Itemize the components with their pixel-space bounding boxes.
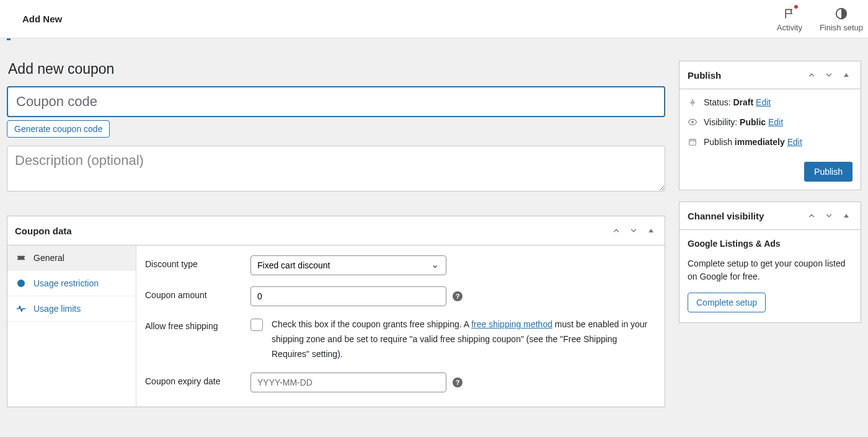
activity-button[interactable]: Activity (777, 6, 802, 32)
publish-panel: Publish Status: Draft Edit Visibility: P… (679, 61, 861, 190)
free-shipping-method-link[interactable]: free shipping method (471, 319, 552, 329)
page-heading: Add new coupon (7, 61, 665, 77)
panel-move-up-icon[interactable] (805, 69, 818, 81)
activity-label: Activity (777, 23, 802, 32)
tab-usage-restriction-label: Usage restriction (33, 278, 99, 288)
ticket-icon (16, 253, 26, 263)
edit-publish-date-link[interactable]: Edit (787, 137, 802, 147)
free-shipping-label: Allow free shipping (145, 317, 242, 331)
help-icon[interactable]: ? (453, 291, 463, 301)
eye-icon (688, 117, 698, 127)
page-title-small: Add New (22, 14, 62, 24)
free-shipping-description: Check this box if the coupon grants free… (272, 317, 656, 361)
free-shipping-checkbox[interactable] (250, 319, 263, 331)
panel-move-up-icon[interactable] (805, 210, 818, 222)
flag-icon (783, 7, 795, 20)
panel-collapse-icon[interactable] (840, 69, 852, 81)
discount-type-select[interactable]: Fixed cart discount (250, 255, 446, 275)
pulse-icon (16, 304, 26, 314)
tab-general-label: General (33, 253, 64, 263)
coupon-amount-label: Coupon amount (145, 286, 242, 300)
panel-move-down-icon[interactable] (823, 69, 835, 81)
publish-panel-title: Publish (688, 70, 721, 81)
tab-usage-restriction[interactable]: Usage restriction (7, 271, 136, 296)
panel-move-up-icon[interactable] (610, 224, 622, 237)
help-icon[interactable]: ? (453, 377, 463, 387)
finish-setup-label: Finish setup (820, 23, 863, 32)
panel-collapse-icon[interactable] (645, 224, 657, 237)
coupon-data-panel: Coupon data General Usage restriction (7, 216, 665, 407)
half-circle-icon (835, 7, 848, 20)
coupon-data-tabs: General Usage restriction Usage limits (7, 245, 136, 407)
panel-move-down-icon[interactable] (627, 224, 640, 237)
tab-general[interactable]: General (7, 245, 136, 271)
coupon-code-input[interactable] (7, 86, 665, 117)
publish-schedule-line: Publish immediately Edit (704, 137, 802, 147)
coupon-data-title: Coupon data (15, 226, 72, 236)
svg-rect-3 (689, 139, 696, 145)
edit-visibility-link[interactable]: Edit (768, 117, 783, 127)
channel-description: Complete setup to get your coupon listed… (688, 257, 852, 284)
topbar: Add New Activity Finish setup (0, 0, 868, 38)
coupon-amount-input[interactable] (250, 286, 446, 306)
finish-setup-button[interactable]: Finish setup (820, 6, 863, 32)
pin-icon (688, 97, 698, 107)
svg-point-2 (691, 121, 694, 123)
notification-dot-icon (794, 5, 798, 9)
publish-button[interactable]: Publish (804, 162, 852, 182)
panel-move-down-icon[interactable] (823, 210, 835, 222)
coupon-description-textarea[interactable] (7, 146, 665, 192)
expiry-date-label: Coupon expiry date (145, 373, 242, 386)
panel-collapse-icon[interactable] (840, 210, 852, 222)
generate-code-button[interactable]: Generate coupon code (7, 120, 110, 138)
visibility-line: Visibility: Public Edit (704, 117, 783, 127)
tab-usage-limits-label: Usage limits (33, 304, 81, 314)
channel-subtitle: Google Listings & Ads (688, 237, 852, 251)
accent-bar (7, 38, 11, 40)
calendar-icon (688, 137, 698, 147)
status-line: Status: Draft Edit (704, 97, 771, 107)
channel-visibility-panel: Channel visibility Google Listings & Ads… (679, 201, 861, 323)
edit-status-link[interactable]: Edit (756, 97, 771, 107)
block-icon (16, 278, 26, 288)
expiry-date-input[interactable] (250, 373, 446, 392)
complete-setup-button[interactable]: Complete setup (688, 293, 766, 312)
tab-usage-limits[interactable]: Usage limits (7, 296, 136, 322)
discount-type-label: Discount type (145, 255, 242, 269)
channel-panel-title: Channel visibility (688, 211, 764, 221)
